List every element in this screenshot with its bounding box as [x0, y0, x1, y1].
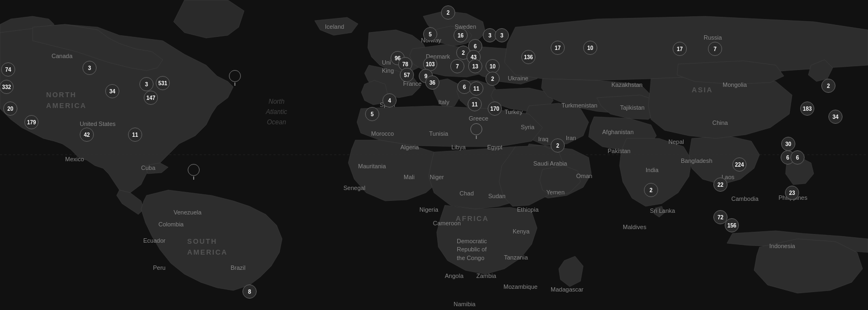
world-map: NORTHAMERICA SOUTHAMERICA AFRICA ASIA No…: [0, 0, 868, 310]
map-svg: [0, 0, 868, 310]
